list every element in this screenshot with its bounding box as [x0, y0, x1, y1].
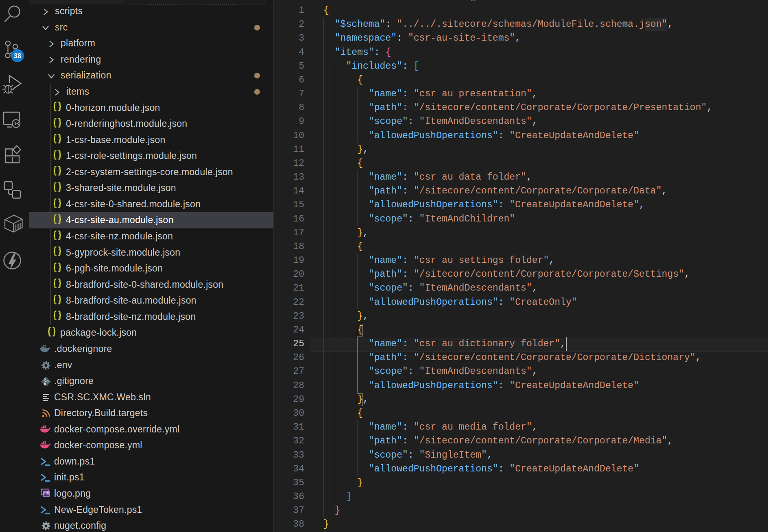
svg-text:38: 38 [14, 52, 21, 59]
